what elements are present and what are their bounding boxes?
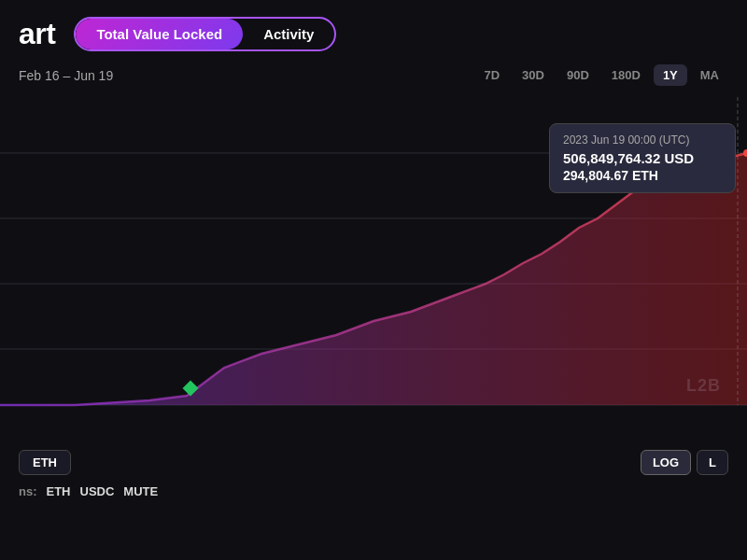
time-btn-1y[interactable]: 1Y bbox=[654, 64, 687, 86]
tab-tvl[interactable]: Total Value Locked bbox=[76, 19, 243, 49]
time-btn-7d[interactable]: 7D bbox=[474, 64, 509, 86]
scale-linear-button[interactable]: L bbox=[697, 450, 728, 475]
page-title: art bbox=[19, 17, 55, 51]
date-range-label: Feb 16 – Jun 19 bbox=[19, 68, 113, 83]
tab-group: Total Value Locked Activity bbox=[74, 17, 336, 51]
legend-mute: MUTE bbox=[123, 484, 158, 498]
header: art Total Value Locked Activity bbox=[0, 0, 747, 61]
legends-prefix: ns: bbox=[19, 484, 37, 498]
chart-bottom-bar: ETH LOG L bbox=[0, 444, 747, 481]
chart-svg bbox=[0, 97, 747, 442]
scale-log-button[interactable]: LOG bbox=[641, 450, 691, 475]
date-range-bar: Feb 16 – Jun 19 7D 30D 90D 180D 1Y MA bbox=[0, 61, 747, 93]
time-filters: 7D 30D 90D 180D 1Y MA bbox=[474, 64, 728, 86]
time-btn-max[interactable]: MA bbox=[691, 64, 728, 86]
chart-area: 2023 Jun 19 00:00 (UTC) 506,849,764.32 U… bbox=[0, 97, 747, 442]
time-btn-90d[interactable]: 90D bbox=[557, 64, 599, 86]
legend-usdc: USDC bbox=[80, 484, 115, 498]
time-btn-180d[interactable]: 180D bbox=[602, 64, 650, 86]
time-btn-30d[interactable]: 30D bbox=[513, 64, 554, 86]
legend-eth: ETH bbox=[47, 484, 71, 498]
legends-bar: ns: ETH USDC MUTE bbox=[0, 481, 747, 502]
tab-activity[interactable]: Activity bbox=[243, 19, 334, 49]
token-selector-button[interactable]: ETH bbox=[19, 450, 71, 475]
scale-buttons: LOG L bbox=[641, 450, 728, 475]
